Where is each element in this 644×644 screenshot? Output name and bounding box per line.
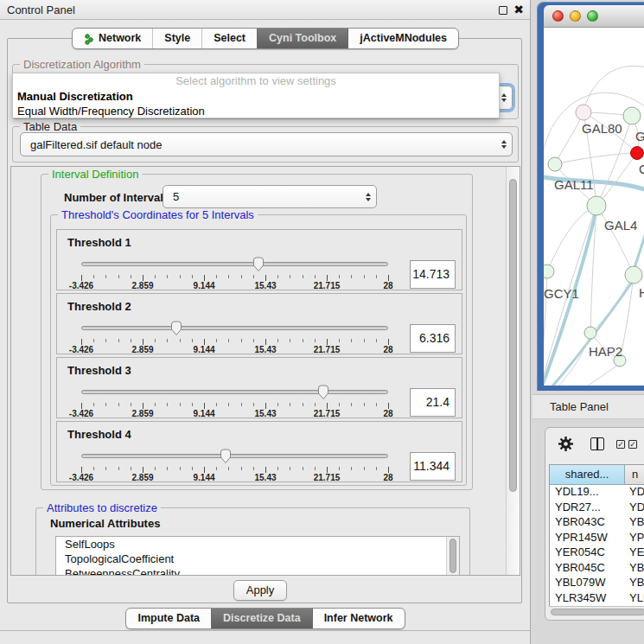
tab-discretize-data[interactable]: Discretize Data bbox=[211, 609, 312, 628]
threshold-slider[interactable] bbox=[81, 448, 388, 465]
threshold-slider[interactable] bbox=[81, 320, 388, 337]
slider-thumb[interactable] bbox=[219, 449, 233, 464]
tab-cyni-toolbox[interactable]: Cyni Toolbox bbox=[257, 29, 348, 48]
panel-vertical-scrollbar[interactable] bbox=[506, 167, 520, 575]
table-data-combobox[interactable]: galFiltered.sif default node bbox=[20, 132, 513, 156]
tab-label: Infer Network bbox=[324, 609, 393, 628]
slider-track[interactable] bbox=[81, 262, 388, 266]
tab-jactivemnodules[interactable]: jActiveMNodules bbox=[348, 29, 458, 48]
table-row[interactable]: YER054CYER0 bbox=[550, 545, 644, 561]
slider-thumb[interactable] bbox=[252, 257, 265, 272]
cell-shared-name[interactable]: YBL079W bbox=[550, 576, 625, 591]
network-node-label: H bbox=[639, 285, 644, 300]
network-node[interactable] bbox=[548, 157, 562, 171]
node-attribute-table[interactable]: shared... n YDL19...YDL1YDR27...YDR2YBR0… bbox=[549, 464, 644, 616]
network-node[interactable] bbox=[584, 327, 596, 339]
table-row[interactable]: YLR345WYLR3 bbox=[550, 591, 644, 607]
column-split-icon[interactable] bbox=[590, 437, 604, 450]
cell-name[interactable]: YDR2 bbox=[625, 501, 644, 516]
cell-name[interactable]: YBR0 bbox=[625, 561, 644, 577]
table-row[interactable]: YBL079WYBL0 bbox=[550, 576, 644, 591]
column-header-shared-name[interactable]: shared... bbox=[550, 465, 625, 485]
table-row[interactable]: YPR145WYPR1 bbox=[550, 531, 644, 546]
dropdown-option-manual[interactable]: Manual Discretization bbox=[13, 89, 499, 104]
cell-name[interactable]: YBL0 bbox=[625, 576, 644, 591]
num-intervals-combobox[interactable]: 5 bbox=[163, 185, 377, 208]
gear-icon[interactable] bbox=[558, 436, 574, 452]
cell-shared-name[interactable]: YLR345W bbox=[550, 591, 625, 607]
cell-shared-name[interactable]: YDL19... bbox=[550, 485, 625, 501]
cell-shared-name[interactable]: YBR043C bbox=[550, 515, 625, 531]
thresholds-group: Threshold's Coordinates for 5 Intervals … bbox=[50, 214, 467, 486]
attribute-list-item[interactable]: BetweennessCentrality bbox=[56, 566, 459, 576]
attributes-scrollbar-thumb[interactable] bbox=[450, 539, 456, 573]
panel-scrollbar-thumb[interactable] bbox=[509, 179, 517, 492]
table-row[interactable]: YDR27...YDR2 bbox=[550, 501, 644, 516]
slider-thumb[interactable] bbox=[316, 385, 330, 400]
cell-name[interactable]: YER0 bbox=[625, 545, 644, 561]
dropdown-option-equal-width[interactable]: Equal Width/Frequency Discretization bbox=[13, 104, 499, 118]
network-node[interactable] bbox=[631, 147, 644, 160]
network-node[interactable] bbox=[587, 196, 606, 215]
cell-shared-name[interactable]: YDR27... bbox=[550, 501, 625, 516]
network-node-label: C bbox=[639, 162, 644, 176]
slider-track[interactable] bbox=[81, 390, 388, 394]
table-panel-title: Table Panel bbox=[550, 400, 609, 413]
close-icon[interactable]: ✖ bbox=[513, 3, 524, 16]
table-row[interactable]: YBR043CYBR0 bbox=[550, 515, 644, 531]
cell-shared-name[interactable]: YPR145W bbox=[550, 531, 625, 546]
tick-label: 28 bbox=[383, 409, 392, 418]
threshold-value-field[interactable]: 21.4 bbox=[410, 388, 456, 417]
slider-thumb[interactable] bbox=[169, 321, 183, 336]
tab-infer-network[interactable]: Infer Network bbox=[312, 609, 405, 628]
network-view-window: GAL80GACGAL11GAL4GCY1HHAP2 bbox=[537, 2, 644, 391]
network-canvas[interactable]: GAL80GACGAL11GAL4GCY1HHAP2 bbox=[544, 28, 644, 386]
cell-shared-name[interactable]: YER054C bbox=[550, 545, 625, 561]
attributes-scrollbar[interactable] bbox=[446, 537, 459, 576]
threshold-value-field[interactable]: 11.344 bbox=[410, 452, 456, 481]
tick-label: 21.715 bbox=[314, 409, 341, 418]
tick-label: 9.144 bbox=[193, 473, 214, 482]
threshold-slider[interactable] bbox=[81, 384, 388, 401]
network-edge bbox=[594, 275, 634, 330]
tab-label: Select bbox=[214, 29, 245, 48]
zoom-traffic-light-icon[interactable] bbox=[587, 10, 598, 22]
numerical-attributes-list[interactable]: SelfLoopsTopologicalCoefficientBetweenne… bbox=[55, 536, 460, 576]
minimize-traffic-light-icon[interactable] bbox=[570, 10, 581, 22]
table-scrollbar-thumb[interactable] bbox=[551, 609, 644, 615]
cell-name[interactable]: YLR3 bbox=[625, 591, 644, 607]
attribute-list-item[interactable]: SelfLoops bbox=[56, 537, 459, 552]
tick-label: 2.859 bbox=[131, 409, 153, 418]
tab-impute-data[interactable]: Impute Data bbox=[126, 609, 211, 628]
threshold-box-3: Threshold 3-3.4262.8599.14415.4321.71528… bbox=[56, 357, 462, 418]
close-traffic-light-icon[interactable] bbox=[552, 10, 564, 22]
network-node[interactable] bbox=[544, 265, 554, 278]
tab-network[interactable]: Network bbox=[73, 29, 152, 48]
threshold-value-field[interactable]: 6.316 bbox=[410, 324, 456, 353]
slider-track[interactable] bbox=[81, 454, 388, 458]
tab-style[interactable]: Style bbox=[152, 29, 201, 48]
network-node[interactable] bbox=[576, 105, 591, 120]
attribute-list-item[interactable]: TopologicalCoefficient bbox=[56, 552, 459, 566]
column-header-name[interactable]: n bbox=[625, 465, 644, 485]
slider-track[interactable] bbox=[81, 326, 388, 330]
threshold-slider[interactable] bbox=[81, 256, 388, 273]
float-window-icon[interactable] bbox=[499, 6, 507, 15]
tab-select[interactable]: Select bbox=[201, 29, 257, 48]
cell-name[interactable]: YPR1 bbox=[625, 531, 644, 546]
threshold-value-field[interactable]: 14.713 bbox=[410, 260, 456, 289]
tick-label: 28 bbox=[383, 281, 392, 290]
cell-shared-name[interactable]: YBR045C bbox=[550, 561, 625, 577]
apply-button[interactable]: Apply bbox=[233, 580, 287, 601]
cell-name[interactable]: YBR0 bbox=[625, 515, 644, 531]
table-row[interactable]: YDL19...YDL1 bbox=[550, 485, 644, 501]
tab-label: Cyni Toolbox bbox=[269, 29, 336, 48]
table-horizontal-scrollbar[interactable] bbox=[549, 606, 644, 616]
network-node[interactable] bbox=[623, 107, 641, 124]
combo-stepper-icon bbox=[360, 193, 376, 201]
table-row[interactable]: YBR045CYBR0 bbox=[550, 561, 644, 577]
cell-name[interactable]: YDL1 bbox=[625, 485, 644, 501]
network-node[interactable] bbox=[625, 266, 642, 284]
checkbox-checked-icon[interactable]: ✓ bbox=[628, 440, 637, 449]
checkbox-checked-icon[interactable]: ✓ bbox=[616, 440, 625, 449]
